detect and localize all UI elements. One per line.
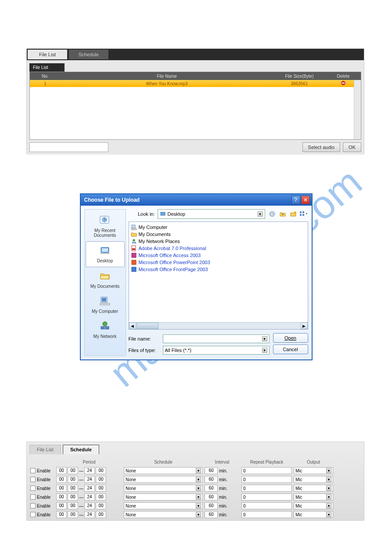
chevron-down-icon[interactable]: ▼ [326, 486, 331, 491]
period-end-hour[interactable]: 24 [84, 502, 95, 509]
interval-input[interactable]: 60 [205, 493, 218, 501]
scroll-right-icon[interactable]: ▶ [301, 323, 308, 329]
enable-checkbox[interactable] [30, 477, 36, 482]
scroll-left-icon[interactable]: ◀ [129, 323, 136, 329]
tab-schedule-2[interactable]: Schedule [63, 445, 99, 454]
repeat-input[interactable]: 0 [241, 511, 292, 518]
period-end-hour[interactable]: 24 [84, 467, 95, 474]
chevron-down-icon[interactable]: ▼ [326, 477, 331, 482]
period-start-min[interactable]: 00 [68, 476, 78, 483]
period-start-min[interactable]: 00 [68, 502, 78, 509]
chevron-down-icon[interactable]: ▼ [196, 512, 201, 517]
period-start-hour[interactable]: 00 [56, 502, 67, 509]
close-button[interactable]: ✕ [301, 196, 310, 204]
chevron-down-icon[interactable]: ▼ [196, 494, 201, 500]
enable-checkbox[interactable] [30, 512, 36, 517]
tab-file-list[interactable]: File List [28, 50, 67, 59]
help-button[interactable]: ? [291, 196, 300, 204]
period-start-min[interactable]: 00 [68, 467, 78, 474]
cancel-button[interactable]: Cancel [273, 345, 308, 354]
schedule-dropdown[interactable]: None▼ [124, 485, 203, 492]
repeat-input[interactable]: 0 [241, 493, 292, 501]
output-dropdown[interactable]: Mic▼ [294, 467, 333, 474]
repeat-input[interactable]: 0 [241, 502, 292, 509]
period-end-min[interactable]: 00 [96, 511, 106, 518]
chevron-down-icon[interactable]: ▼ [326, 512, 331, 517]
period-end-min[interactable]: 00 [96, 476, 106, 483]
list-item[interactable]: My Network Places [131, 238, 306, 245]
list-item[interactable]: My Documents [131, 231, 306, 238]
chevron-down-icon[interactable]: ▼ [262, 336, 267, 341]
sidebar-my-computer[interactable]: My Computer [86, 292, 125, 317]
list-item[interactable]: My Computer [131, 224, 306, 231]
schedule-dropdown[interactable]: None▼ [124, 467, 203, 474]
period-start-hour[interactable]: 00 [56, 467, 67, 474]
interval-input[interactable]: 60 [205, 502, 218, 509]
period-end-hour[interactable]: 24 [84, 493, 95, 501]
vertical-scrollbar[interactable] [354, 80, 361, 139]
sidebar-my-network[interactable]: My Network [86, 317, 125, 342]
open-button[interactable]: Open [273, 333, 308, 343]
chevron-down-icon[interactable]: ▼ [258, 211, 263, 217]
enable-checkbox[interactable] [30, 486, 36, 491]
output-dropdown[interactable]: Mic▼ [294, 476, 333, 483]
file-path-input[interactable] [29, 142, 108, 152]
output-dropdown[interactable]: Mic▼ [294, 502, 333, 509]
new-folder-icon[interactable] [289, 210, 298, 218]
period-start-hour[interactable]: 00 [56, 511, 67, 518]
output-dropdown[interactable]: Mic▼ [294, 485, 333, 492]
period-start-hour[interactable]: 00 [56, 493, 67, 501]
chevron-down-icon[interactable]: ▼ [196, 486, 201, 491]
ok-button[interactable]: OK [343, 142, 361, 152]
output-dropdown[interactable]: Mic▼ [294, 511, 333, 518]
schedule-dropdown[interactable]: None▼ [124, 493, 203, 501]
period-end-hour[interactable]: 24 [84, 511, 95, 518]
schedule-dropdown[interactable]: None▼ [124, 511, 203, 518]
scroll-thumb[interactable] [137, 323, 158, 329]
interval-input[interactable]: 60 [205, 511, 218, 518]
sidebar-recent[interactable]: My Recent Documents [86, 211, 125, 241]
chevron-down-icon[interactable]: ▼ [326, 468, 331, 473]
schedule-dropdown[interactable]: None▼ [124, 502, 203, 509]
tab-schedule[interactable]: Schedule [69, 50, 108, 59]
lookin-dropdown[interactable]: Desktop ▼ [158, 209, 265, 219]
repeat-input[interactable]: 0 [241, 476, 292, 483]
schedule-dropdown[interactable]: None▼ [124, 476, 203, 483]
sidebar-my-documents[interactable]: My Documents [86, 267, 125, 292]
tab-file-list-2[interactable]: File List [29, 445, 61, 454]
filetype-dropdown[interactable]: All Files (*.*) ▼ [163, 346, 270, 355]
repeat-input[interactable]: 0 [241, 467, 292, 474]
file-list-pane[interactable]: My Computer My Documents My Network Plac… [129, 221, 308, 330]
output-dropdown[interactable]: Mic▼ [294, 493, 333, 501]
file-list-subtab[interactable]: File List [29, 63, 65, 72]
up-folder-icon[interactable] [278, 210, 287, 218]
table-row[interactable]: 1 When You Know.mp3 3863561 [30, 80, 361, 87]
repeat-input[interactable]: 0 [241, 485, 292, 492]
chevron-down-icon[interactable]: ▼ [326, 503, 331, 508]
period-start-min[interactable]: 00 [68, 511, 78, 518]
list-item[interactable]: Microsoft Office PowerPoint 2003 [131, 259, 306, 266]
period-start-min[interactable]: 00 [68, 493, 78, 501]
period-end-min[interactable]: 00 [96, 467, 106, 474]
chevron-down-icon[interactable]: ▼ [326, 494, 331, 500]
period-end-min[interactable]: 00 [96, 502, 106, 509]
period-end-hour[interactable]: 24 [84, 485, 95, 492]
interval-input[interactable]: 60 [205, 467, 218, 474]
chevron-down-icon[interactable]: ▼ [196, 477, 201, 482]
list-item[interactable]: Microsoft Office Access 2003 [131, 252, 306, 259]
back-icon[interactable] [268, 210, 277, 218]
horizontal-scrollbar[interactable]: ◀ ▶ [129, 322, 308, 329]
sidebar-desktop[interactable]: Desktop [86, 241, 125, 267]
interval-input[interactable]: 60 [205, 476, 218, 483]
period-start-min[interactable]: 00 [68, 485, 78, 492]
period-end-min[interactable]: 00 [96, 493, 106, 501]
interval-input[interactable]: 60 [205, 485, 218, 492]
list-item[interactable]: Microsoft Office FrontPage 2003 [131, 266, 306, 273]
period-start-hour[interactable]: 00 [56, 476, 67, 483]
enable-checkbox[interactable] [30, 494, 36, 500]
period-start-hour[interactable]: 00 [56, 485, 67, 492]
chevron-down-icon[interactable]: ▼ [196, 503, 201, 508]
select-audio-button[interactable]: Select audio [302, 142, 341, 152]
period-end-min[interactable]: 00 [96, 485, 106, 492]
chevron-down-icon[interactable]: ▼ [262, 348, 267, 353]
